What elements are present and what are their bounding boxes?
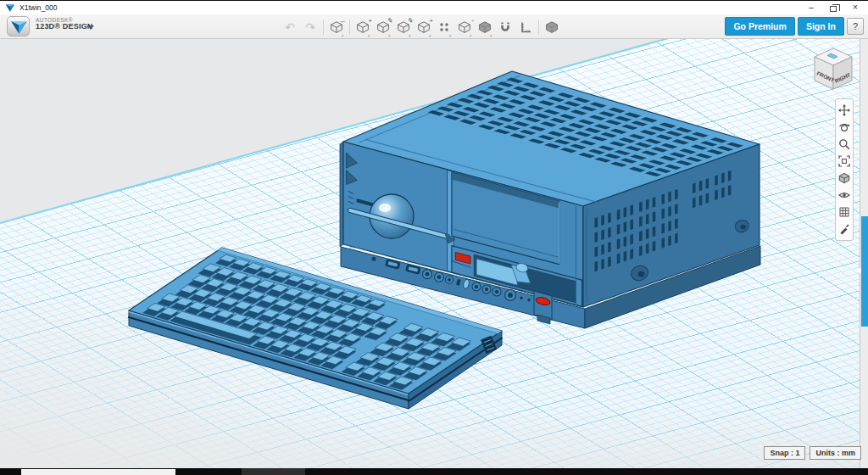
taskbar-sliver: [0, 468, 868, 475]
app-logo-icon: [5, 3, 15, 13]
grid-settings-icon[interactable]: [836, 204, 853, 221]
orbit-icon[interactable]: [836, 119, 853, 136]
primitives-tool-icon[interactable]: +▾: [355, 19, 370, 36]
redo-button[interactable]: ↷: [303, 19, 318, 36]
brand: AUTODESK® 123D® DESIGN: [36, 17, 93, 31]
close-button[interactable]: ×: [844, 2, 866, 14]
help-button[interactable]: ?: [847, 18, 864, 35]
fit-view-icon[interactable]: [836, 153, 853, 170]
minimize-button[interactable]: –: [800, 2, 822, 14]
modify-tool-icon[interactable]: +▾: [416, 19, 431, 36]
titlebar[interactable]: X1twin_000 – ×: [0, 0, 868, 14]
sketch-tool-icon[interactable]: ✎▾: [376, 19, 391, 36]
construct-tool-icon[interactable]: ✎▾: [396, 19, 411, 36]
main-toolbar: AUTODESK® 123D® DESIGN: [0, 14, 868, 39]
grouping-tool-icon[interactable]: ◦▾: [457, 19, 472, 36]
pan-icon[interactable]: [836, 102, 853, 119]
combine-tool-icon[interactable]: ▾: [477, 19, 492, 36]
toolbar-separator: [349, 20, 350, 35]
navigation-toolbar: [835, 98, 854, 241]
undo-button[interactable]: ↶: [282, 19, 298, 36]
go-premium-button[interactable]: Go Premium: [725, 17, 794, 36]
snap-badge[interactable]: Snap : 1: [764, 446, 805, 460]
viewport-scrollbar[interactable]: [860, 39, 868, 468]
chevron-down-icon[interactable]: [87, 25, 94, 30]
view-cube[interactable]: FRONT RIGHT: [809, 46, 860, 95]
computer-model[interactable]: [340, 71, 760, 328]
pattern-tool-icon[interactable]: ▾: [437, 19, 452, 36]
toolbar-separator: [323, 20, 324, 35]
zoom-icon[interactable]: [836, 136, 853, 153]
app-window: X1twin_000 – × AUTODESK® 123D® DESIGN: [0, 0, 868, 475]
3d-viewport[interactable]: FRONT RIGHT: [0, 39, 868, 468]
restore-button[interactable]: [822, 2, 844, 14]
visibility-eye-icon[interactable]: [836, 187, 853, 204]
sign-in-button[interactable]: Sign In: [798, 17, 844, 36]
brand-product: 123D® DESIGN: [36, 23, 93, 31]
123d-logo-icon: [8, 17, 31, 37]
app-menu-button[interactable]: [7, 16, 30, 36]
material-tool-icon[interactable]: [544, 19, 559, 36]
keyboard-model[interactable]: [129, 248, 502, 409]
scene-canvas[interactable]: [0, 39, 868, 468]
transform-tool-icon[interactable]: ↔▾: [329, 19, 344, 36]
measure-tool-icon[interactable]: [518, 19, 533, 36]
shading-mode-icon[interactable]: [836, 170, 853, 187]
toolbar-separator: [538, 20, 539, 35]
window-title: X1twin_000: [19, 3, 57, 12]
toolbar-icons: ↶ ↷ ↔▾ +▾ ✎▾ ✎▾ +▾ ▾ ◦▾ ▾: [282, 14, 559, 39]
units-badge[interactable]: Units : mm: [810, 446, 861, 460]
material-brush-icon[interactable]: [836, 221, 853, 238]
snap-tool-icon[interactable]: [498, 19, 513, 36]
scrollbar-thumb[interactable]: [861, 216, 868, 327]
